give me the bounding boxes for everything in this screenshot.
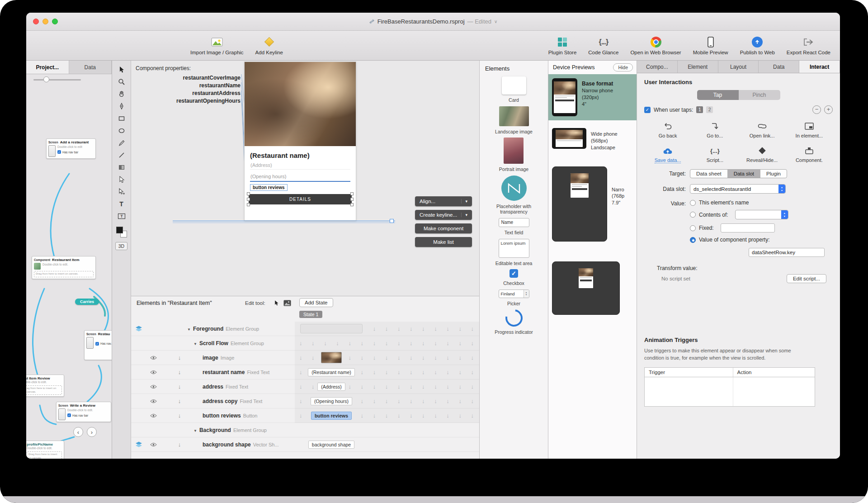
node-write-review[interactable]: ScreenWrite a Review Double-click to edi… — [56, 402, 111, 422]
radio-icon-selected[interactable] — [690, 237, 696, 243]
checkbox-icon[interactable]: ✓ — [95, 342, 99, 346]
visibility-eye-icon[interactable] — [146, 356, 160, 360]
action-component[interactable]: Component. — [786, 146, 833, 163]
align-button[interactable]: Align...▾ — [415, 196, 472, 206]
disclosure-icon[interactable]: ▼ — [193, 342, 197, 346]
visibility-eye-icon[interactable] — [146, 384, 160, 389]
state-cell-value[interactable]: background shape — [308, 441, 354, 449]
select-stepper-icon[interactable]: ▴▾ — [778, 185, 785, 193]
drag-hint[interactable]: Drag from here to insert on canvas. — [27, 451, 62, 459]
design-canvas[interactable]: Component properties: restaurantCoverIma… — [131, 61, 479, 296]
radio-icon[interactable] — [690, 200, 696, 206]
when-taps-checkbox[interactable]: ✓ — [644, 107, 651, 113]
action-save-data[interactable]: Save data... — [644, 146, 691, 163]
tab-element[interactable]: Element — [678, 61, 718, 73]
property-restaurant-address[interactable]: restaurantAddress — [136, 90, 241, 97]
visibility-eye-icon[interactable] — [146, 370, 160, 375]
visibility-eye-icon[interactable] — [146, 442, 160, 447]
details-button-element[interactable]: DETAILS — [249, 194, 352, 204]
direct-select-tool[interactable] — [115, 173, 128, 185]
trigger-table-body[interactable] — [645, 377, 815, 406]
tap-count-2[interactable]: 2 — [706, 106, 713, 113]
node-profile-pic-name[interactable]: profilePicName Double-click to edit. Dra… — [26, 441, 64, 459]
palette-placeholder[interactable]: Placeholder with transparency — [487, 176, 541, 215]
data-slot-select[interactable]: ds_selectedRestaurantId ▴▾ — [690, 184, 786, 194]
state-cell-value[interactable]: (Restaurant name) — [308, 368, 355, 376]
row-background-shape[interactable]: ↓ background shapeVector Sh... backgroun… — [131, 437, 479, 452]
ellipse-tool[interactable] — [115, 124, 128, 137]
device-preview-base[interactable]: Base format Narrow phone (320px) 4" — [548, 74, 637, 120]
pencil-tool[interactable] — [115, 137, 128, 149]
action-open-link[interactable]: Open link... — [739, 121, 786, 138]
3d-tool[interactable]: 3D — [115, 242, 127, 250]
insert-arrow-icon[interactable]: ↓ — [172, 369, 187, 375]
row-foreground[interactable]: ▼ForegroundElement Group — [131, 322, 479, 336]
publish-to-web-button[interactable]: Publish to Web — [734, 31, 781, 60]
tab-data[interactable]: Data — [69, 61, 112, 74]
tab-interact[interactable]: Interact — [799, 61, 840, 73]
hide-previews-button[interactable]: Hide — [613, 63, 633, 71]
insert-arrow-icon[interactable]: ↓ — [172, 412, 187, 419]
restaurant-hours-text[interactable]: (Opening hours) — [250, 172, 350, 182]
palette-portrait-image[interactable]: Portrait image — [499, 138, 528, 172]
disclosure-icon[interactable]: ▼ — [193, 429, 197, 433]
layer-group-icon[interactable] — [135, 441, 143, 448]
palette-checkbox[interactable]: ✓ Checkbox — [503, 269, 524, 286]
import-image-button[interactable]: Import Image / Graphic — [184, 31, 250, 60]
insert-arrow-icon[interactable]: ↓ — [172, 383, 187, 390]
selection-handle[interactable] — [350, 203, 354, 206]
palette-progress[interactable]: Progress indicator — [495, 309, 533, 335]
device-preview-wide[interactable]: Wide phone (568px) Landscape — [548, 120, 637, 155]
insert-arrow-icon[interactable]: ↓ — [172, 354, 187, 361]
mobile-preview-button[interactable]: Mobile Preview — [687, 31, 734, 60]
selection-handle[interactable] — [247, 192, 250, 195]
row-scroll-flow[interactable]: ▼Scroll FlowElement Group — [131, 336, 479, 351]
action-go-to[interactable]: Go to... — [691, 121, 738, 138]
row-background[interactable]: ▼BackgroundElement Group — [131, 423, 479, 437]
value-option-component-property[interactable]: Value of component property: — [690, 237, 833, 243]
selection-handle[interactable] — [247, 203, 250, 206]
nav-right-button[interactable]: › — [87, 427, 97, 437]
add-state-button[interactable]: Add State — [299, 298, 333, 307]
edit-cursor-tool[interactable] — [272, 299, 280, 307]
make-list-button[interactable]: Make list — [415, 237, 472, 247]
target-data-sheet[interactable]: Data sheet — [690, 170, 728, 178]
checkbox-icon[interactable]: ✓ — [67, 413, 71, 417]
code-glance-button[interactable]: {...} Code Glance — [582, 31, 624, 60]
fill-swatch[interactable] — [116, 227, 123, 233]
open-web-browser-button[interactable]: Open in Web Browser — [624, 31, 687, 60]
device-preview-tablet-2[interactable] — [548, 246, 637, 319]
tap-count-1[interactable]: 1 — [696, 106, 703, 113]
rectangle-tool[interactable] — [115, 112, 128, 124]
tab-data[interactable]: Data — [759, 61, 799, 73]
tab-layout[interactable]: Layout — [718, 61, 759, 73]
slider-knob[interactable] — [43, 76, 49, 82]
node-add-restaurant[interactable]: ScreenAdd a restaurant Double-click to e… — [46, 138, 96, 159]
state-cell-value[interactable]: (Opening hours) — [311, 397, 352, 405]
value-option-element-name[interactable]: This element's name — [690, 199, 833, 206]
color-swatches[interactable] — [116, 227, 127, 237]
palette-text-area[interactable]: Lorem ipsum Editable text area — [495, 239, 533, 266]
target-data-slot[interactable]: Data slot — [728, 170, 760, 178]
tab-component[interactable]: Compo... — [637, 61, 678, 73]
text-tool[interactable]: T — [115, 198, 128, 210]
disclosure-icon[interactable]: ▼ — [187, 327, 191, 332]
edit-image-tool[interactable] — [283, 299, 291, 307]
drag-hint[interactable]: Drag from here to insert on canvas. — [34, 271, 94, 277]
align-dropdown-icon[interactable]: ▾ — [461, 199, 467, 204]
tab-project[interactable]: Project... — [26, 61, 69, 74]
palette-card[interactable]: Card — [502, 76, 526, 103]
state-cell-empty[interactable] — [300, 324, 363, 333]
palette-landscape-image[interactable]: Landscape image — [495, 106, 533, 135]
node-item-review[interactable]: st Item Review uble-click to edit. ag fr… — [26, 375, 64, 397]
row-address[interactable]: ↓ addressFixed Text (Address) — [131, 380, 479, 394]
make-component-button[interactable]: Make component — [415, 223, 472, 233]
action-go-back[interactable]: Go back — [644, 121, 691, 138]
restaurant-cover-photo[interactable] — [245, 62, 356, 146]
remove-interaction-button[interactable]: − — [812, 105, 821, 114]
action-script[interactable]: {...} Script... — [691, 146, 738, 163]
property-restaurant-cover-image[interactable]: restaurantCoverImage — [136, 74, 241, 82]
tap-segment[interactable]: Tap — [697, 90, 739, 100]
insert-arrow-icon[interactable]: ↓ — [172, 441, 187, 448]
project-zoom-slider[interactable] — [26, 74, 112, 84]
